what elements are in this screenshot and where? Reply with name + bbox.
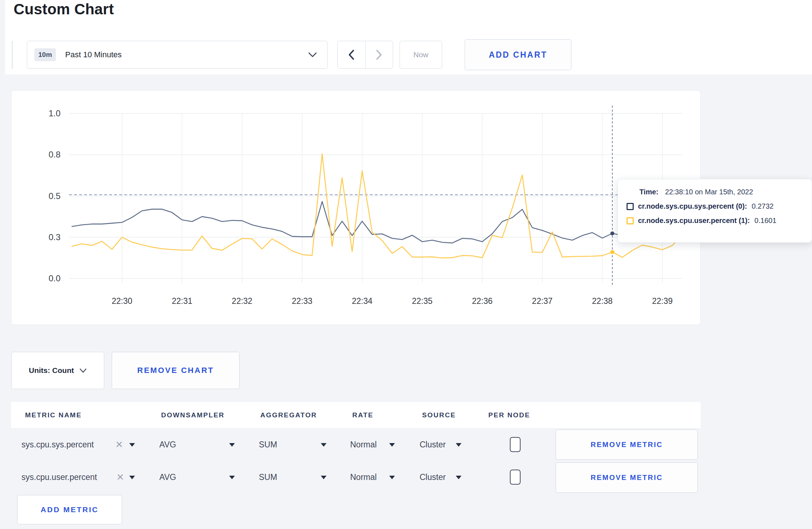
clear-metric-icon[interactable]: ✕ <box>115 439 123 450</box>
per-node-checkbox[interactable] <box>510 437 521 452</box>
source-select[interactable]: Cluster <box>420 472 446 482</box>
chevron-down-icon <box>79 368 87 373</box>
tooltip-series-value: 0.1601 <box>754 217 776 225</box>
caret-down-icon[interactable] <box>129 476 135 479</box>
tooltip-series-row: cr.node.sys.cpu.user.percent (1): 0.1601 <box>627 217 803 225</box>
series-line-user <box>72 154 682 258</box>
chevron-right-icon <box>376 49 382 60</box>
add-chart-button[interactable]: ADD CHART <box>465 39 571 70</box>
tooltip-time-value: 22:38:10 on Mar 15th, 2022 <box>665 188 753 196</box>
downsampler-select[interactable]: AVG <box>159 472 176 482</box>
column-header-downsampler: DOWNSAMPLER <box>161 402 224 428</box>
x-axis-tick-label: 22:37 <box>532 296 553 306</box>
page-header: Custom Chart 10m Past 10 Minutes Now ADD… <box>5 0 812 74</box>
caret-down-icon[interactable] <box>389 476 395 479</box>
metric-name-select[interactable]: sys.cpu.sys.percent <box>21 440 94 450</box>
column-header-rate: RATE <box>352 402 373 428</box>
chart-card: 0.00.30.50.81.022:3022:3122:3222:3322:34… <box>11 90 701 325</box>
timeseries-chart[interactable]: 0.00.30.50.81.022:3022:3122:3222:3322:34… <box>11 91 701 325</box>
aggregator-select[interactable]: SUM <box>259 472 277 482</box>
tooltip-series-row: cr.node.sys.cpu.sys.percent (0): 0.2732 <box>627 202 803 210</box>
caret-down-icon[interactable] <box>129 443 135 447</box>
crosshair-point-sys <box>610 232 614 236</box>
chevron-down-icon <box>308 52 317 58</box>
x-axis-tick-label: 22:34 <box>352 296 373 306</box>
caret-down-icon[interactable] <box>229 443 235 447</box>
y-axis-tick-label: 0.5 <box>49 191 61 201</box>
time-nav-group <box>337 41 393 69</box>
rate-select[interactable]: Normal <box>350 472 377 482</box>
remove-metric-button[interactable]: REMOVE METRIC <box>556 429 698 460</box>
remove-metric-button[interactable]: REMOVE METRIC <box>556 462 698 493</box>
tooltip-series-label: cr.node.sys.cpu.sys.percent (0): <box>638 202 747 210</box>
caret-down-icon[interactable] <box>321 443 327 447</box>
x-axis-tick-label: 22:39 <box>652 296 673 306</box>
tooltip-time-row: Time: 22:38:10 on Mar 15th, 2022 <box>639 188 803 196</box>
time-back-button[interactable] <box>338 41 365 68</box>
series-swatch-user-icon <box>627 217 634 224</box>
caret-down-icon[interactable] <box>321 476 327 479</box>
x-axis-tick-label: 22:32 <box>232 296 252 306</box>
x-axis-tick-label: 22:38 <box>592 296 613 306</box>
chart-tooltip: Time: 22:38:10 on Mar 15th, 2022 cr.node… <box>618 179 812 243</box>
rate-select[interactable]: Normal <box>350 440 377 450</box>
downsampler-select[interactable]: AVG <box>159 440 176 450</box>
remove-chart-button[interactable]: REMOVE CHART <box>112 352 240 389</box>
column-header-source: SOURCE <box>422 402 456 428</box>
chevron-left-icon <box>348 49 354 60</box>
column-header-per-node: PER NODE <box>488 402 530 428</box>
time-forward-button[interactable] <box>365 41 393 68</box>
x-axis-tick-label: 22:30 <box>112 296 132 306</box>
caret-down-icon[interactable] <box>456 443 461 447</box>
metric-name-select[interactable]: sys.cpu.user.percent <box>21 472 97 482</box>
time-range-label: Past 10 Minutes <box>65 50 122 59</box>
units-label: Units: Count <box>29 366 74 375</box>
series-swatch-sys-icon <box>627 203 634 210</box>
column-header-aggregator: AGGREGATOR <box>260 402 317 428</box>
x-axis-tick-label: 22:35 <box>412 296 432 306</box>
page-title: Custom Chart <box>14 1 114 18</box>
add-metric-button[interactable]: ADD METRIC <box>17 495 122 524</box>
y-axis-tick-label: 0.0 <box>49 273 61 283</box>
x-axis-tick-label: 22:36 <box>472 296 493 306</box>
per-node-checkbox[interactable] <box>510 470 521 485</box>
caret-down-icon[interactable] <box>456 476 461 479</box>
tooltip-series-label: cr.node.sys.cpu.user.percent (1): <box>638 217 750 225</box>
caret-down-icon[interactable] <box>389 443 395 447</box>
y-axis-tick-label: 0.3 <box>49 232 61 242</box>
metric-table-row: sys.cpu.sys.percent ✕ AVG SUM Normal Clu… <box>11 428 701 461</box>
caret-down-icon[interactable] <box>229 476 235 479</box>
time-range-dropdown[interactable]: 10m Past 10 Minutes <box>27 41 328 69</box>
metric-table-row: sys.cpu.user.percent ✕ AVG SUM Normal Cl… <box>11 461 701 493</box>
crosshair-point-user <box>610 250 614 254</box>
column-header-metric-name: METRIC NAME <box>25 402 82 428</box>
tooltip-time-label: Time: <box>639 188 658 196</box>
x-axis-tick-label: 22:31 <box>172 296 193 306</box>
y-axis-tick-label: 1.0 <box>49 108 61 118</box>
y-axis-tick-label: 0.8 <box>49 150 61 159</box>
metrics-table-header: METRIC NAME DOWNSAMPLER AGGREGATOR RATE … <box>11 402 701 428</box>
x-axis-tick-label: 22:33 <box>292 296 313 306</box>
source-select[interactable]: Cluster <box>420 440 446 450</box>
clear-metric-icon[interactable]: ✕ <box>116 472 124 483</box>
custom-chart-page: Custom Chart 10m Past 10 Minutes Now ADD… <box>0 0 812 529</box>
toolbar-divider <box>12 41 13 69</box>
aggregator-select[interactable]: SUM <box>259 440 277 450</box>
tooltip-series-value: 0.2732 <box>752 202 774 210</box>
units-dropdown[interactable]: Units: Count <box>11 352 104 389</box>
time-range-badge: 10m <box>34 48 56 61</box>
now-button[interactable]: Now <box>400 41 442 69</box>
